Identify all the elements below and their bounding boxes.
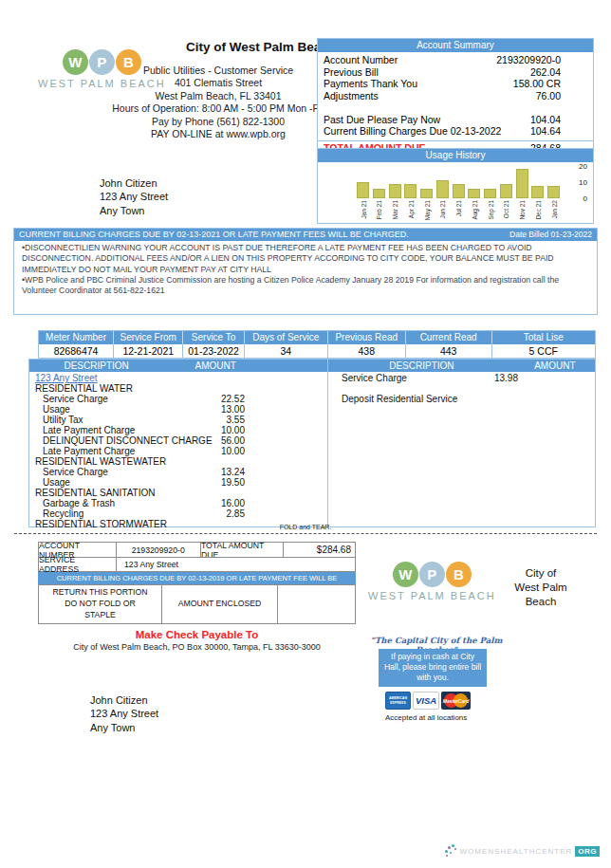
account-summary-row-label: Previous Bill	[318, 66, 489, 79]
usage-bar-month-label: Oct 21	[503, 200, 509, 218]
charge-description: Service Charge	[328, 373, 462, 383]
charge-amount	[462, 394, 595, 404]
account-summary-row: Payments Thank You158.00 CR	[318, 78, 593, 90]
charge-description[interactable]: 123 Any Street	[29, 373, 187, 383]
usage-bar-slot: Oct 21	[499, 164, 513, 198]
usage-y-tick: 10	[579, 178, 587, 187]
charge-row: RESIDENTIAL WATER	[29, 383, 327, 394]
charge-row: 123 Any Street	[29, 373, 327, 383]
account-summary-box: Account Summary Account Number2193209920…	[317, 38, 594, 156]
usage-bar-month-label: Mar 21	[392, 200, 398, 219]
charge-description: Deposit Residential Service	[328, 394, 462, 404]
usage-bar	[500, 184, 512, 198]
charges-left-rows: 123 Any StreetRESIDENTIAL WATERService C…	[29, 372, 327, 529]
stub-city-name-line: Beach	[493, 595, 588, 609]
charge-description: Garbage & Trash	[29, 498, 187, 508]
account-summary-row: Account Number2193209920-0	[318, 54, 593, 66]
usage-bar-month-label: Jul 21	[455, 200, 462, 216]
mastercard-icon: MasterCard	[441, 692, 471, 710]
account-summary-row-label	[318, 102, 489, 114]
meter-table-header-row: Meter NumberService FromService ToDays o…	[39, 331, 595, 344]
meter-value-cell: 443	[406, 344, 492, 358]
billing-notice-paragraphs: •DISCONNECTILIEN WARNING YOUR ACCOUNT IS…	[14, 241, 597, 299]
recipient-address-line: John Citizen	[90, 693, 158, 707]
recipient-address-bottom: John Citizen123 Any StreetAny Town	[90, 693, 158, 734]
stub-city-name-line: West Palm	[493, 581, 588, 595]
charges-left-pane: DESCRIPTION AMOUNT 123 Any StreetRESIDEN…	[29, 360, 328, 526]
charge-description: DELINQUENT DISCONNECT CHARGE	[29, 435, 213, 446]
charge-amount	[187, 456, 327, 467]
usage-bar-month-label: May 21	[423, 200, 430, 220]
womenshealthcenter-logo-icon	[444, 844, 457, 858]
cash-payment-notice: If paying in cash at City Hall, please b…	[379, 649, 487, 687]
usage-bar	[404, 184, 417, 198]
logo-circle-p: P	[419, 562, 445, 587]
meter-header-cell: Service From	[114, 331, 183, 344]
charge-description: Service Charge	[29, 467, 187, 477]
charge-description	[328, 383, 462, 394]
stub-return-note: RETURN THIS PORTION DO NOT FOLD OR STAPL…	[39, 585, 162, 623]
account-summary-row: Previous Bill262.04	[318, 66, 593, 79]
meter-value-cell: 34	[245, 344, 328, 358]
stub-service-address-value: 123 Any Street	[117, 558, 355, 571]
usage-bar-slot: Sep 21	[483, 164, 497, 198]
charge-row: Garbage & Trash16.00	[29, 498, 327, 508]
fold-and-tear-line	[14, 533, 597, 534]
usage-bar	[389, 184, 401, 198]
watermark-dot	[452, 844, 454, 847]
usage-history-title: Usage History	[318, 149, 593, 162]
meter-value-cell: 82686474	[39, 344, 114, 358]
make-check-payable-address: City of West Palm Beach, PO Box 30000, T…	[38, 642, 356, 652]
wpb-logo-icon: WPBWEST PALM BEACH	[368, 562, 496, 601]
charge-description: Late Payment Charge	[29, 425, 187, 435]
usage-bar-month-label: Jan 21	[360, 200, 366, 219]
recipient-address-line: 123 Any Street	[90, 707, 158, 720]
charge-amount	[187, 373, 327, 383]
usage-bar-month-label: Jan 22	[550, 200, 557, 219]
usage-bar-month-label: Feb 21	[376, 200, 382, 219]
charge-description: Utility Tax	[29, 415, 187, 425]
billing-notice-headline: CURRENT BILLING CHARGES DUE BY 02-13-202…	[14, 229, 509, 241]
account-summary-row: Adjustments76.00	[318, 90, 593, 102]
charge-amount: 3.55	[187, 415, 327, 425]
usage-history-box: Usage History Jan 21Feb 21Mar 21Apr 21Ma…	[317, 148, 594, 224]
stub-return-row: RETURN THIS PORTION DO NOT FOLD OR STAPL…	[38, 584, 356, 624]
usage-bar-slot: May 21	[419, 164, 434, 198]
date-billed: Date Billed 01-23-2022	[509, 229, 597, 241]
recipient-address-line: Any Town	[90, 721, 158, 734]
make-check-payable: Make Check Payable To City of West Palm …	[38, 629, 356, 652]
account-summary-row: Past Due Please Pay Now104.04	[318, 114, 593, 126]
charge-row: Usage13.00	[29, 404, 327, 415]
recipient-address-top: John Citizen123 Any StreetAny Town	[100, 176, 168, 217]
notice-paragraph: •WPB Police and PBC Criminal Justice Com…	[22, 275, 589, 297]
footer-watermark: WOMENSHEALTHCENTER ORG	[444, 844, 600, 858]
charge-amount	[187, 383, 327, 394]
utility-bill-page: WPBWEST PALM BEACH City of West Palm Bea…	[0, 0, 611, 868]
logo-circle-b: B	[446, 562, 472, 587]
usage-bar-slot: Jun 21	[435, 164, 450, 198]
meter-header-cell: Days of Service	[245, 331, 328, 344]
meter-value-cell: 5 CCF	[492, 344, 595, 358]
payment-cards: AMERICAN EXPRESS VISA MasterCard	[385, 692, 471, 710]
stub-due-bar: CURRENT BILLING CHARGES DUE BY 02-13-201…	[38, 572, 356, 584]
account-summary-row-label: Past Due Please Pay Now	[318, 114, 489, 126]
stub-account-number-value: 2193209920-0	[117, 543, 201, 557]
stub-amount-enclosed-field[interactable]	[278, 585, 355, 623]
charge-amount: 13.00	[187, 404, 327, 415]
charge-amount: 13.24	[187, 467, 327, 477]
usage-bar-slot: Mar 21	[388, 164, 402, 198]
usage-bar-slot: Nov 21	[515, 164, 529, 198]
usage-y-tick: 20	[579, 162, 587, 171]
stub-service-address-label: SERVICE ADDRESS	[39, 558, 117, 571]
meter-header-cell: Meter Number	[39, 331, 114, 344]
meter-header-cell: Previous Read	[328, 331, 406, 344]
logo-circle-w: W	[393, 562, 418, 587]
charges-box: DESCRIPTION AMOUNT 123 Any StreetRESIDEN…	[28, 359, 596, 527]
charges-right-header: DESCRIPTION AMOUNT	[328, 360, 595, 372]
usage-bar	[547, 186, 560, 198]
account-summary-row-value: 158.00 CR	[489, 78, 593, 90]
account-summary-rows: Account Number2193209920-0Previous Bill2…	[318, 52, 593, 138]
mastercard-label: MasterCard	[443, 698, 470, 704]
charge-description: Recycling	[29, 508, 187, 519]
charge-row: Deposit Residential Service	[328, 394, 595, 404]
